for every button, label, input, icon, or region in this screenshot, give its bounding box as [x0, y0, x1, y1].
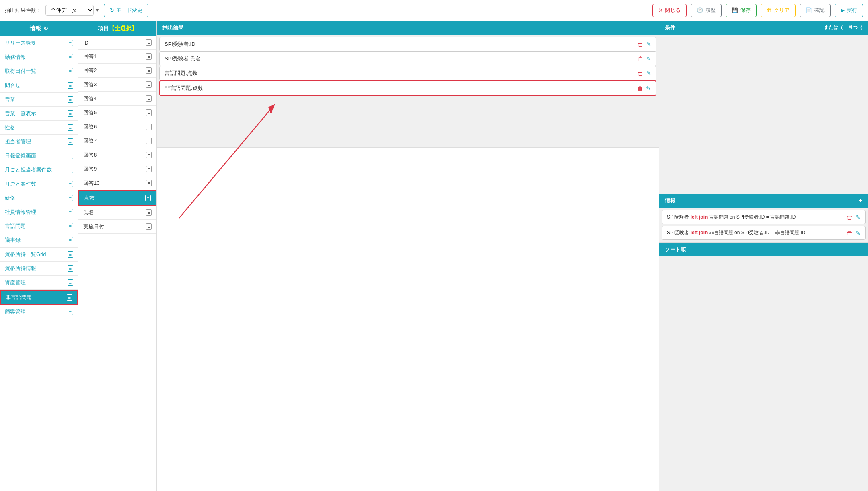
- middle-item-icon-7: ≡: [146, 138, 152, 144]
- sidebar-item-label-6: 性格: [5, 124, 15, 131]
- sidebar-item-label-11: 研修: [5, 194, 15, 202]
- conditions-empty-area: [157, 148, 659, 491]
- sidebar-item-8[interactable]: 日報登録画面≡: [0, 149, 78, 163]
- extract-item-1[interactable]: SPI受験者.氏名 🗑 ✎: [159, 52, 656, 66]
- info-item-text-0: SPI受験者 left join 言語問題 on SPI受験者.ID = 言語問…: [667, 214, 796, 221]
- sidebar-item-icon-18: ≡: [67, 294, 72, 301]
- history-icon: 🕐: [697, 7, 703, 13]
- extract-item-label-3: 非言語問題.点数: [165, 85, 203, 92]
- middle-item-1[interactable]: 回答1≡: [78, 50, 156, 64]
- middle-item-label-13: 実施日付: [83, 223, 104, 230]
- extract-count-select[interactable]: 全件データ 100件 1000件: [45, 5, 94, 16]
- select-all-label: 【全選択】: [109, 25, 137, 31]
- extract-item-2[interactable]: 言語問題.点数 🗑 ✎: [159, 66, 656, 80]
- middle-item-6[interactable]: 回答6≡: [78, 120, 156, 134]
- info-item-text-1: SPI受験者 left join 非言語問題 on SPI受験者.ID = 非言…: [667, 229, 805, 236]
- edit-icon-2[interactable]: ✎: [646, 70, 651, 76]
- sidebar-item-icon-15: ≡: [68, 251, 73, 258]
- middle-item-icon-11: ≡: [145, 195, 151, 201]
- sidebar-item-1[interactable]: 勤務情報≡: [0, 50, 78, 64]
- sidebar-item-label-8: 日報登録画面: [5, 152, 36, 159]
- middle-item-3[interactable]: 回答3≡: [78, 78, 156, 92]
- info-items-container: SPI受験者 left join 言語問題 on SPI受験者.ID = 言語問…: [659, 208, 868, 242]
- middle-item-4[interactable]: 回答4≡: [78, 92, 156, 106]
- sidebar-item-icon-12: ≡: [68, 209, 73, 215]
- middle-item-7[interactable]: 回答7≡: [78, 134, 156, 148]
- clear-button[interactable]: 🗑 クリア: [761, 4, 796, 17]
- save-button[interactable]: 💾 保存: [726, 4, 757, 17]
- info-item-1[interactable]: SPI受験者 left join 非言語問題 on SPI受験者.ID = 非言…: [662, 226, 866, 240]
- sidebar-item-17[interactable]: 資産管理≡: [0, 276, 78, 290]
- sidebar-item-19[interactable]: 顧客管理≡: [0, 305, 78, 319]
- middle-item-icon-12: ≡: [146, 209, 152, 216]
- info-edit-icon-0[interactable]: ✎: [856, 214, 860, 221]
- sidebar-item-icon-11: ≡: [68, 195, 73, 201]
- info-delete-icon-0[interactable]: 🗑: [847, 214, 852, 221]
- edit-icon-1[interactable]: ✎: [646, 56, 651, 62]
- sidebar-item-15[interactable]: 資格所持一覧Grid≡: [0, 248, 78, 262]
- sidebar-item-14[interactable]: 議事録≡: [0, 233, 78, 248]
- sidebar-item-label-0: リリース概要: [5, 39, 36, 47]
- edit-icon-0[interactable]: ✎: [646, 41, 651, 47]
- middle-item-11[interactable]: 点数≡: [78, 190, 156, 206]
- delete-icon-1[interactable]: 🗑: [638, 56, 643, 62]
- middle-item-label-6: 回答6: [83, 123, 97, 130]
- middle-item-icon-3: ≡: [146, 81, 152, 88]
- history-button[interactable]: 🕐 履歴: [691, 4, 722, 17]
- info-item-0[interactable]: SPI受験者 left join 言語問題 on SPI受験者.ID = 言語問…: [662, 210, 866, 224]
- keyword-0-1: left join: [691, 214, 708, 220]
- middle-item-9[interactable]: 回答9≡: [78, 162, 156, 176]
- confirm-button[interactable]: 📄 確認: [800, 4, 831, 17]
- middle-item-13[interactable]: 実施日付≡: [78, 220, 156, 234]
- middle-item-5[interactable]: 回答5≡: [78, 106, 156, 120]
- extract-item-label-2: 言語問題.点数: [165, 70, 197, 77]
- sidebar-item-13[interactable]: 言語問題≡: [0, 219, 78, 233]
- sidebar-item-icon-0: ≡: [68, 40, 73, 46]
- sidebar-item-16[interactable]: 資格所持情報≡: [0, 262, 78, 276]
- delete-icon-0[interactable]: 🗑: [638, 41, 643, 47]
- extract-item-actions-2: 🗑 ✎: [638, 70, 651, 76]
- sidebar-item-icon-5: ≡: [68, 110, 73, 117]
- middle-item-0[interactable]: ID≡: [78, 36, 156, 50]
- middle-item-2[interactable]: 回答2≡: [78, 64, 156, 78]
- extract-item-0[interactable]: SPI受験者.ID 🗑 ✎: [159, 37, 656, 52]
- sidebar-item-0[interactable]: リリース概要≡: [0, 36, 78, 50]
- condition-header: 条件 または（ 且つ（: [659, 21, 868, 35]
- edit-icon-3[interactable]: ✎: [646, 85, 651, 91]
- middle-items-container: ID≡回答1≡回答2≡回答3≡回答4≡回答5≡回答6≡回答7≡回答8≡回答9≡回…: [78, 36, 156, 234]
- sidebar-item-4[interactable]: 営業≡: [0, 93, 78, 107]
- sort-content: [659, 256, 868, 289]
- middle-item-10[interactable]: 回答10≡: [78, 176, 156, 190]
- extract-items-container: SPI受験者.ID 🗑 ✎ SPI受験者.氏名 🗑 ✎ 言語問題.点数 🗑 ✎ …: [157, 35, 659, 147]
- close-button[interactable]: ✕ 閉じる: [652, 4, 687, 17]
- delete-icon-2[interactable]: 🗑: [638, 70, 643, 76]
- sidebar-item-label-1: 勤務情報: [5, 54, 26, 61]
- delete-icon-3[interactable]: 🗑: [637, 85, 643, 91]
- sidebar-item-2[interactable]: 取得日付一覧≡: [0, 64, 78, 78]
- exec-button[interactable]: ▶ 実行: [835, 4, 863, 17]
- sidebar-item-12[interactable]: 社員情報管理≡: [0, 205, 78, 219]
- extract-item-3[interactable]: 非言語問題.点数 🗑 ✎: [159, 80, 656, 96]
- sidebar-item-icon-7: ≡: [68, 138, 73, 145]
- sidebar-item-label-13: 言語問題: [5, 223, 26, 230]
- info-edit-icon-1[interactable]: ✎: [856, 230, 860, 236]
- sidebar-item-11[interactable]: 研修≡: [0, 191, 78, 205]
- mode-change-button[interactable]: ↻ モード変更: [104, 4, 148, 17]
- sidebar-item-10[interactable]: 月ごと案件数≡: [0, 177, 78, 191]
- sidebar-item-6[interactable]: 性格≡: [0, 121, 78, 135]
- sidebar-item-label-3: 問合せ: [5, 82, 21, 89]
- info-item-actions-0: 🗑 ✎: [847, 214, 860, 221]
- middle-header: 項目【全選択】: [78, 21, 156, 36]
- text-part-1-0: SPI受験者: [667, 230, 691, 235]
- info-delete-icon-1[interactable]: 🗑: [847, 230, 852, 236]
- middle-item-icon-1: ≡: [146, 53, 152, 60]
- add-icon[interactable]: +: [859, 197, 862, 204]
- middle-item-8[interactable]: 回答8≡: [78, 148, 156, 162]
- sidebar-item-18[interactable]: 非言語問題≡: [0, 290, 78, 305]
- sidebar-item-9[interactable]: 月ごと担当者案件数≡: [0, 163, 78, 177]
- middle-item-12[interactable]: 氏名≡: [78, 206, 156, 220]
- sidebar-item-3[interactable]: 問合せ≡: [0, 78, 78, 93]
- sidebar-item-7[interactable]: 担当者管理≡: [0, 135, 78, 149]
- sidebar-item-5[interactable]: 営業一覧表示≡: [0, 107, 78, 121]
- sidebar-item-label-7: 担当者管理: [5, 138, 31, 145]
